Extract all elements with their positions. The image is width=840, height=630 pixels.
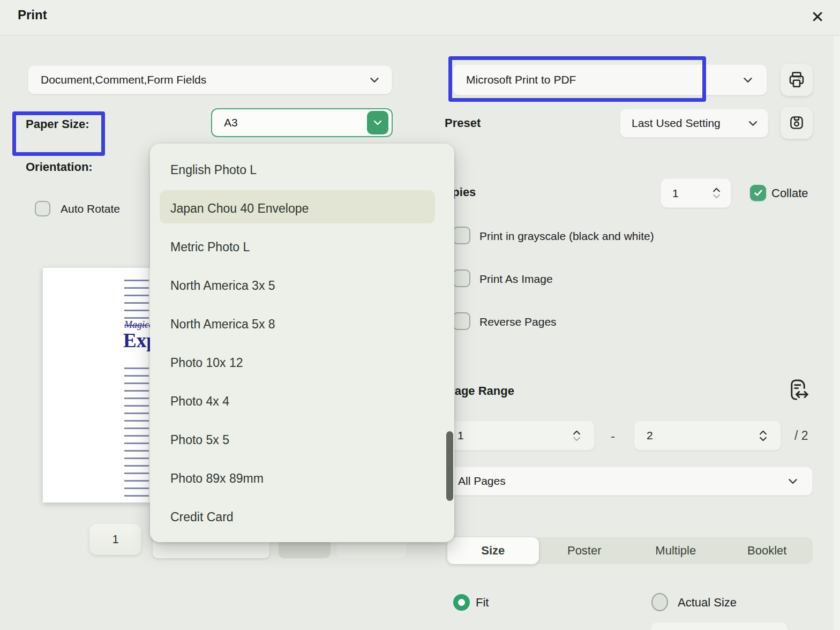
tab-booklet[interactable]: Booklet: [722, 537, 813, 564]
page-range-mode-value: All Pages: [458, 475, 506, 488]
check-icon: [754, 189, 763, 197]
menu-item-english-photo-l[interactable]: English Photo L: [170, 163, 257, 177]
page-range-to-input[interactable]: 2: [634, 421, 781, 451]
document-preview-page: Magica Exp: [43, 268, 150, 502]
preset-value: Last Used Setting: [632, 117, 721, 130]
save-preset-button[interactable]: [781, 107, 813, 139]
grayscale-checkbox[interactable]: [453, 227, 470, 244]
page-range-label: Page Range: [447, 384, 514, 398]
paper-size-value: A3: [224, 116, 238, 129]
layout-tab-bar: Size Poster Multiple Booklet: [447, 537, 813, 564]
tab-size[interactable]: Size: [447, 537, 539, 564]
copies-value: 1: [672, 187, 679, 200]
tab-multiple-label: Multiple: [655, 544, 696, 558]
preset-dropdown[interactable]: Last Used Setting: [620, 109, 768, 138]
paper-size-menu: English Photo L Japan Chou 40 Envelope M…: [150, 144, 454, 542]
menu-item-photo-89x89mm[interactable]: Photo 89x 89mm: [170, 471, 264, 486]
fit-radio[interactable]: [453, 594, 470, 611]
menu-item-north-america-5x8[interactable]: North America 5x 8: [170, 317, 275, 332]
page-range-icon: [787, 378, 811, 403]
page-range-from-input[interactable]: 1: [445, 421, 595, 451]
print-as-image-checkbox[interactable]: [453, 269, 470, 287]
print-as-image-label: Print As Image: [479, 273, 553, 286]
copies-stepper-arrows[interactable]: [712, 188, 721, 199]
scale-input-partial[interactable]: [651, 622, 788, 630]
tab-size-label: Size: [481, 544, 505, 558]
preview-page-number-value: 1: [112, 532, 118, 546]
paper-size-label: Paper Size:: [26, 117, 89, 131]
tab-poster[interactable]: Poster: [539, 537, 631, 564]
print-dialog: Print ✕ Document,Comment,Form Fields Pap…: [0, 0, 840, 630]
printer-dropdown[interactable]: Microsoft Print to PDF: [453, 64, 767, 95]
collate-label: Collate: [771, 186, 808, 200]
chevron-down-icon: [373, 120, 382, 125]
close-icon: ✕: [811, 9, 824, 25]
chevron-down-icon: [748, 121, 758, 126]
menu-item-japan-chou-40-envelope[interactable]: Japan Chou 40 Envelope: [170, 201, 309, 216]
page-total: / 2: [794, 429, 808, 443]
menu-scrollbar-thumb[interactable]: [446, 431, 453, 501]
menu-item-photo-5x5[interactable]: Photo 5x 5: [170, 433, 229, 447]
paper-size-dropdown-button[interactable]: [367, 111, 388, 134]
printer-value: Microsoft Print to PDF: [466, 73, 576, 86]
copies-stepper[interactable]: 1: [661, 178, 731, 208]
menu-item-credit-card[interactable]: Credit Card: [170, 510, 234, 524]
collate-checkbox[interactable]: [750, 185, 766, 201]
preview-text-block: [124, 368, 149, 499]
page-nav-button-partial[interactable]: [336, 540, 406, 558]
fit-label: Fit: [476, 596, 489, 610]
preview-page-number[interactable]: 1: [89, 524, 141, 555]
close-button[interactable]: ✕: [806, 5, 829, 29]
dialog-header: Print ✕: [0, 0, 840, 35]
page-range-settings-button[interactable]: [784, 375, 813, 406]
printer-icon: [787, 70, 806, 89]
chevron-down-icon: [788, 478, 798, 484]
from-stepper-arrows[interactable]: [573, 430, 581, 441]
page-range-to-value: 2: [647, 429, 653, 442]
paper-size-dropdown[interactable]: A3: [211, 108, 393, 137]
menu-item-photo-10x12[interactable]: Photo 10x 12: [170, 356, 243, 370]
page-range-from-value: 1: [458, 429, 464, 442]
tab-booklet-label: Booklet: [747, 544, 786, 558]
orientation-label: Orientation:: [26, 160, 93, 174]
range-separator: -: [611, 429, 615, 444]
reverse-pages-label: Reverse Pages: [479, 316, 557, 328]
auto-rotate-label: Auto Rotate: [61, 202, 120, 215]
print-content-value: Document,Comment,Form Fields: [41, 73, 206, 86]
print-content-dropdown[interactable]: Document,Comment,Form Fields: [28, 65, 392, 94]
to-stepper-arrows[interactable]: [759, 430, 767, 441]
chevron-down-icon: [370, 77, 379, 83]
dialog-scrollbar-track[interactable]: [834, 36, 840, 630]
print-button[interactable]: [781, 64, 813, 96]
dialog-title: Print: [18, 8, 47, 22]
tab-poster-label: Poster: [567, 544, 602, 558]
grayscale-label: Print in grayscale (black and white): [479, 230, 654, 243]
chevron-down-icon: [743, 77, 753, 83]
menu-item-north-america-3x5[interactable]: North America 3x 5: [170, 279, 275, 293]
actual-size-radio[interactable]: [651, 593, 668, 611]
menu-item-metric-photo-l[interactable]: Metric Photo L: [170, 240, 250, 254]
page-range-mode-dropdown[interactable]: All Pages: [445, 467, 813, 496]
actual-size-label: Actual Size: [678, 596, 737, 610]
menu-item-photo-4x4[interactable]: Photo 4x 4: [170, 394, 229, 409]
tab-multiple[interactable]: Multiple: [630, 537, 722, 564]
preset-label: Preset: [445, 116, 481, 130]
save-icon: [788, 114, 806, 132]
reverse-pages-checkbox[interactable]: [453, 312, 470, 330]
auto-rotate-checkbox[interactable]: [35, 201, 50, 216]
